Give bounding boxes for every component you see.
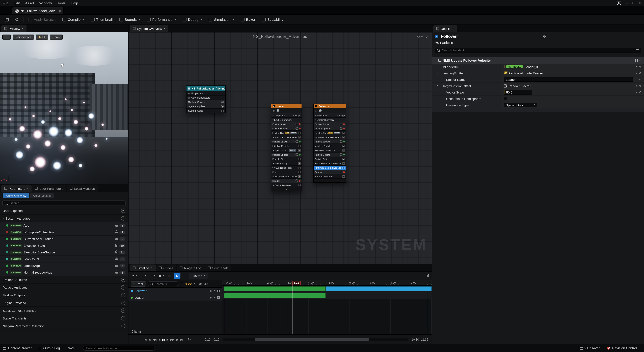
module-enabled-checkbox[interactable] xyxy=(342,149,345,151)
delete-module-icon[interactable] xyxy=(635,59,638,62)
perspective-button[interactable]: Perspective xyxy=(13,34,34,39)
toolbar-button[interactable]: Scalability xyxy=(259,16,286,23)
system-node[interactable]: NS_FollowLeader_Advanced ⚙ Properties ◉ xyxy=(186,85,226,113)
timeline-tab[interactable]: Script Stats xyxy=(205,265,232,271)
chevron-down-icon[interactable] xyxy=(639,59,641,62)
transport-button[interactable]: ◀◀ xyxy=(152,338,156,341)
parameters-panel-tab[interactable]: User Parameters xyxy=(32,185,66,192)
module-enabled-checkbox[interactable] xyxy=(342,175,345,178)
current-time[interactable]: 3.22 xyxy=(185,282,192,286)
isolate-icon[interactable]: ◎ xyxy=(273,109,275,112)
transport-button[interactable]: ◀| xyxy=(148,338,150,341)
emitter-stack-row[interactable]: Spawn Burst Instantaneous xyxy=(271,135,302,139)
solo-icon[interactable]: ◉ xyxy=(210,296,212,299)
track-row[interactable]: Leader ◉ ★ xyxy=(128,294,222,301)
emitter-stack-row[interactable]: Spawn Burst Instantaneous xyxy=(314,135,346,139)
vector-scale-input[interactable] xyxy=(504,90,532,94)
emitter-stack-row[interactable]: ⚙ Properties Stage xyxy=(271,113,302,118)
chevron-down-icon[interactable] xyxy=(636,91,638,94)
module-enabled-checkbox[interactable] xyxy=(298,162,300,164)
reset-to-default-icon[interactable] xyxy=(639,71,641,75)
playhead-time-badge[interactable]: 3.22 xyxy=(292,281,300,285)
add-parameter-button[interactable] xyxy=(121,316,126,320)
add-parameter-button[interactable] xyxy=(121,308,126,313)
emitter-stack-row[interactable]: Render xyxy=(314,170,346,174)
menu-item[interactable]: Help xyxy=(68,0,81,6)
add-module-icon[interactable] xyxy=(340,153,342,156)
revision-control-button[interactable]: Revision Control xyxy=(604,344,644,352)
filter-icon[interactable] xyxy=(180,283,183,283)
add-module-icon[interactable] xyxy=(296,123,298,125)
emitter-name-input[interactable] xyxy=(504,77,633,82)
emitter-stack-row[interactable]: Particle Update xyxy=(271,153,302,157)
timeline-toolbar-button[interactable]: N xyxy=(174,273,180,279)
track-search[interactable] xyxy=(148,281,178,286)
add-module-icon[interactable] xyxy=(296,140,298,143)
parameters-panel-tab[interactable]: Local Modules xyxy=(67,185,98,192)
emitter-stack-row[interactable]: ≡ Emitter Summary xyxy=(314,118,346,122)
toolbar-button[interactable]: Debug xyxy=(180,16,205,23)
evaluation-type-dropdown[interactable]: Spawn Only xyxy=(504,103,537,107)
track-row[interactable]: Follower ◉ ★ xyxy=(128,288,222,294)
add-module-icon[interactable] xyxy=(340,140,342,143)
parameter-row[interactable]: SYSTEM LoopedAge 6 xyxy=(0,263,128,269)
save-button[interactable] xyxy=(2,16,12,23)
range-start[interactable]: -0.10 xyxy=(204,338,210,341)
timeline-tracks-area[interactable] xyxy=(222,286,432,334)
chevron-down-icon[interactable] xyxy=(636,71,638,75)
module-enabled-checkbox[interactable] xyxy=(298,184,300,186)
property-value[interactable]: PARTICLES Leader_ID xyxy=(501,64,644,70)
timeline-toolbar-button[interactable]: ◆ xyxy=(157,273,165,279)
minimize-button[interactable] xyxy=(626,1,628,5)
timeline-section-follower[interactable] xyxy=(224,286,326,291)
add-parameter-button[interactable] xyxy=(121,216,126,220)
gear-icon[interactable] xyxy=(543,34,546,38)
transport-button[interactable]: ▶▶ xyxy=(170,338,174,341)
transport-button[interactable]: ▶| xyxy=(180,338,183,341)
close-window-button[interactable] xyxy=(639,1,641,5)
emitter-stack-row[interactable]: <> Curl Noise Force xyxy=(271,166,302,170)
emitter-stack-row[interactable]: Particle Spawn xyxy=(271,139,302,144)
timeline-scrollbar[interactable] xyxy=(223,338,408,341)
emitter-stack-row[interactable]: Solve Forces and Velocity xyxy=(271,174,302,179)
module-enabled-checkbox[interactable] xyxy=(342,136,345,138)
output-log-button[interactable]: Output Log xyxy=(35,344,63,352)
system-stack-row[interactable]: System Update xyxy=(186,104,226,109)
add-module-icon[interactable] xyxy=(221,101,224,103)
property-value[interactable]: Particle Attribute Reader xyxy=(501,70,644,76)
timeline-tab[interactable]: Curves xyxy=(156,265,176,271)
transport-button[interactable]: |◀ xyxy=(144,338,146,341)
module-enabled-checkbox[interactable] xyxy=(298,145,300,147)
timeline-track-area[interactable]: 0.001.002.003.004.005.006.007.008.009.00… xyxy=(222,280,432,334)
transport-button[interactable]: ↻ xyxy=(188,338,191,341)
toolbar-button[interactable]: Bounds xyxy=(116,16,143,23)
emitter-stack-row[interactable]: Drag xyxy=(271,170,302,174)
unsaved-changes-button[interactable]: 2 Unsaved xyxy=(576,344,604,352)
emitter-stack-row[interactable]: Emitter Spawn xyxy=(314,122,346,126)
property-value[interactable] xyxy=(501,95,644,102)
emitter-stack-row[interactable]: Emitter Spawn xyxy=(271,122,302,126)
emitter-stack-row[interactable]: Emitter Update xyxy=(271,126,302,131)
add-parameter-button[interactable] xyxy=(121,285,126,290)
parameters-mode-button[interactable]: Active Overview xyxy=(3,193,29,198)
param-section[interactable]: Module Outputs xyxy=(0,291,128,299)
isolate-icon[interactable]: ◎ xyxy=(315,109,317,112)
property-row[interactable]: LeadingEmitter Particle Attribute Reader xyxy=(432,70,644,76)
emitter-enabled-checkbox[interactable] xyxy=(315,105,317,107)
emitter-stack-row[interactable]: Emitter State Self Infinite xyxy=(314,131,346,135)
property-value[interactable] xyxy=(501,89,644,95)
module-enabled-checkbox[interactable] xyxy=(342,145,345,147)
emitter-stack-row[interactable]: ★ Sprite Renderer xyxy=(271,183,302,187)
menu-item[interactable]: Tools xyxy=(54,0,68,6)
add-module-icon[interactable] xyxy=(340,127,342,130)
system-stack-row[interactable]: System State xyxy=(186,109,226,113)
constrain-checkbox[interactable] xyxy=(504,97,507,100)
module-enabled-checkbox[interactable] xyxy=(342,162,345,164)
timeline-toolbar-button[interactable]: ⋮ xyxy=(182,273,188,279)
property-row[interactable]: InLeaderID PARTICLES Leader_ID xyxy=(432,64,644,70)
chevron-down-icon[interactable] xyxy=(3,217,4,220)
filter-icon[interactable] xyxy=(636,49,639,50)
property-row[interactable]: Evaluation Type Spawn Only xyxy=(432,102,644,108)
close-icon[interactable] xyxy=(27,187,29,190)
property-row[interactable]: TargetPositionOffset Random Vector xyxy=(432,83,644,89)
